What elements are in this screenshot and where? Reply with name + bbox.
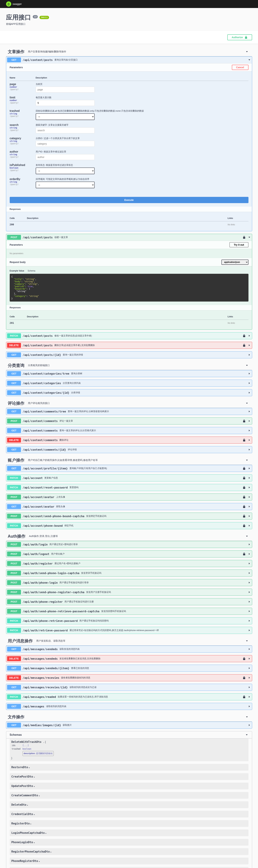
method-badge: GET <box>7 647 21 652</box>
operation-summary[interactable]: POST/api/auth/login用户通过凭证+密码进行登录 <box>6 541 252 548</box>
operation-summary[interactable]: GET/api/content/posts查询文章列表/分页接口 <box>6 57 252 63</box>
response-description <box>27 320 228 326</box>
param-select-trashed[interactable]: -- <box>36 113 95 120</box>
operation-summary[interactable]: GET/api/messages读取收到的消息列表 <box>6 703 252 710</box>
schema-item[interactable]: UpdatePostDto ▸ <box>10 783 249 789</box>
logo-text: swagger <box>13 3 22 5</box>
tag-header[interactable]: 文章操作用户文章查询/创建/编辑/删除等操作 <box>6 47 252 56</box>
schema-item[interactable]: RegisterPhoneCaptchaDto ▸ <box>10 848 249 855</box>
model-prop-type[interactable]: booleandescription: 是否删除到回收站 <box>23 747 56 756</box>
operation-summary[interactable]: GET/api/messages/sendeds读取发送的消息列表 <box>6 646 252 652</box>
operation-summary[interactable]: DELETE/api/messages/recevies接收者批量删除接收到的消… <box>6 675 252 681</box>
method-badge: PATCH <box>7 475 21 480</box>
schemas-header[interactable]: Schemas <box>6 732 252 739</box>
chevron-icon <box>248 600 251 603</box>
operation-summary[interactable]: PATCH/api/account/phone-bound绑定手机 <box>6 522 252 529</box>
operation-summary[interactable]: POST/api/content/comments评论一篇文章 <box>6 418 252 424</box>
operation-summary[interactable]: POST/api/auth/logout用户登出账户 <box>6 551 252 557</box>
schema-item-expanded[interactable]: DeleteWithTrashDto ⌄ {ids[...]trashedboo… <box>10 739 249 761</box>
operation-summary[interactable]: GET/api/content/categories/{id}分类详情 <box>6 390 252 396</box>
param-input-category[interactable] <box>36 141 95 147</box>
operation-summary[interactable]: PATCH/api/content/posts修改一篇文章的信息(必须是文章作者… <box>6 333 252 339</box>
schema-item[interactable]: RestoreDto ▸ <box>10 764 249 771</box>
operation-summary[interactable]: POST/api/content/posts创建一篇文章 <box>6 234 252 241</box>
param-input-search[interactable] <box>36 127 95 133</box>
schema-item[interactable]: PhoneLoginDto ▸ <box>10 839 249 846</box>
param-input-author[interactable] <box>36 154 95 160</box>
operation-summary[interactable]: POST/api/account/send-phone-bound-captch… <box>6 513 252 519</box>
operation-summary[interactable]: PATCH/api/account/reset-password重置密码 <box>6 484 252 491</box>
schema-item[interactable]: LoginPhoneCaptchaDto ▸ <box>10 830 249 836</box>
operation-summary[interactable]: POST/api/auth/send-phone-retrieve-passwo… <box>6 608 252 615</box>
operation-block: DELETE/api/messages/sendeds发送者批量删除已发送消息,… <box>6 655 252 662</box>
operation-path: /api/account/send-phone-bound-captcha <box>21 515 86 518</box>
operation-summary[interactable]: GET/api/messages/sendeds/{item}查看已发送的消息 <box>6 665 252 672</box>
schema-tab[interactable]: Schema <box>28 270 35 272</box>
operation-summary[interactable]: GET/api/messages/recevies/{id}读取收到的消息或设为… <box>6 684 252 690</box>
operation-summary[interactable]: GET/api/medias/images/{id}获取图片 <box>6 722 252 728</box>
operation-path: /api/messages/sendeds/{item} <box>21 666 71 670</box>
tag-header[interactable]: 分类查询分类相关的前端接口 <box>6 361 252 370</box>
param-in: (query) <box>10 142 36 145</box>
operation-summary[interactable]: DELETE/api/content/posts删除文章(必须是文章作者),支持… <box>6 342 252 349</box>
operation-description: 获取图片 <box>63 723 248 727</box>
schema-item[interactable]: RetrievePasswordPhoneCaptchaDto ▸ <box>10 867 249 868</box>
operation-block: POST/api/auth/send-phone-login-captcha发送… <box>6 569 252 577</box>
operation-summary[interactable]: PATCH/api/messages/readed批量设置一些收到的消息为已读状… <box>6 693 252 700</box>
model-toggle-icon[interactable]: ⌄ <box>43 741 44 743</box>
operation-path: /api/messages/recevies/{id} <box>21 686 70 689</box>
schema-item[interactable]: CredentialDto ▸ <box>10 811 249 817</box>
operation-summary[interactable]: POST/api/account/avatar上传头像 <box>6 494 252 500</box>
schema-item[interactable]: PhoneRegisterDto ▸ <box>10 858 249 864</box>
operation-summary[interactable]: GET/api/content/comments查询一篇文章的评论,以分页模式展… <box>6 427 252 434</box>
operation-description: 查看已发送的消息 <box>71 666 248 670</box>
content-type-select[interactable]: application/json <box>221 259 249 265</box>
param-select-isPublished[interactable]: -- <box>36 167 95 174</box>
schema-item[interactable]: CreateCommentDto ▸ <box>10 792 249 799</box>
schema-item[interactable]: CreatePostDto ▸ <box>10 773 249 780</box>
operation-summary[interactable]: GET/api/content/posts/{id}查询一篇文章的详情 <box>6 351 252 358</box>
method-badge: POST <box>7 542 21 547</box>
tag-header[interactable]: Auth操作Auth操作,登录,登出,注册等 <box>6 532 252 541</box>
param-select-orderBy[interactable]: -- <box>36 182 95 188</box>
operation-summary[interactable]: GET/api/account/profile/{item}查询账户详情(只有用… <box>6 465 252 472</box>
operation-block: POST/api/content/comments评论一篇文章 <box>6 417 252 425</box>
operation-summary[interactable]: POST/api/auth/register通过用户名+密码注册账户 <box>6 560 252 567</box>
operation-summary[interactable]: GET/api/content/categories分页查询分类列表 <box>6 380 252 386</box>
chevron-icon <box>248 571 251 575</box>
example-value-tab[interactable]: Example Value <box>10 270 24 272</box>
method-badge: GET <box>7 381 21 385</box>
operation-summary[interactable]: GET/api/content/comments/{id}评论详情 <box>6 446 252 453</box>
param-input-limit[interactable] <box>36 100 95 106</box>
schema-item[interactable]: DeleteDto ▸ <box>10 801 249 808</box>
operation-summary[interactable]: GET/api/account/avatar获取头像 <box>6 503 252 510</box>
param-input-page[interactable] <box>36 87 95 93</box>
tag-header[interactable]: 账户操作用户对自己账户的相关操作,比如查看详情,修改密码,修改用户名等 <box>6 456 252 465</box>
operation-path: /api/auth/send-phone-register-captcha <box>21 591 86 594</box>
operation-summary[interactable]: POST/api/auth/phone-login用户通过手机验证码进行登录 <box>6 579 252 586</box>
tag-header[interactable]: 用户消息操作用户发送私信、读取消息等 <box>6 637 252 646</box>
execute-button[interactable]: Execute <box>10 197 249 203</box>
model-prop-type[interactable]: [...] <box>23 744 56 747</box>
operation-summary[interactable]: POST/api/auth/send-phone-register-captch… <box>6 589 252 595</box>
parameters-label: Parameters <box>10 66 232 69</box>
operation-summary[interactable]: DELETE/api/messages/sendeds发送者批量删除已发送消息,… <box>6 655 252 662</box>
operation-summary[interactable]: PATCH/api/account更新账户信息 <box>6 475 252 481</box>
method-badge: POST <box>7 599 21 604</box>
authorize-button[interactable]: Authorize <box>227 34 252 40</box>
try-it-out-button[interactable]: Try it out <box>229 242 248 247</box>
tag-header[interactable]: 文件操作 <box>6 712 252 722</box>
param-in: (query) <box>10 88 36 91</box>
operation-summary[interactable]: GET/api/content/categories/tree查询分类树 <box>6 370 252 377</box>
responses-label: Responses <box>6 207 252 212</box>
operation-summary[interactable]: GET/api/content/comments/tree查询一篇文章的评论,以… <box>6 408 252 415</box>
body-example[interactable]: { "title": "string", "body": "string", "… <box>10 274 249 302</box>
operation-summary[interactable]: PATCH/api/auth/retrieve-password通过登录凭证+短… <box>6 627 252 633</box>
tag-header[interactable]: 评论操作用户评论相关的接口 <box>6 399 252 408</box>
operation-summary[interactable]: POST/api/auth/send-phone-login-captcha发送… <box>6 570 252 576</box>
cancel-button[interactable]: Cancel <box>232 65 249 70</box>
operation-summary[interactable]: POST/api/auth/phone-register用户通过手机验证码进行注… <box>6 598 252 605</box>
operation-summary[interactable]: PATCH/api/auth/phone-retrieve-password用户… <box>6 618 252 624</box>
operation-summary[interactable]: DELETE/api/content/comments删除评论 <box>6 437 252 443</box>
schema-item[interactable]: RegisterDto ▸ <box>10 820 249 827</box>
